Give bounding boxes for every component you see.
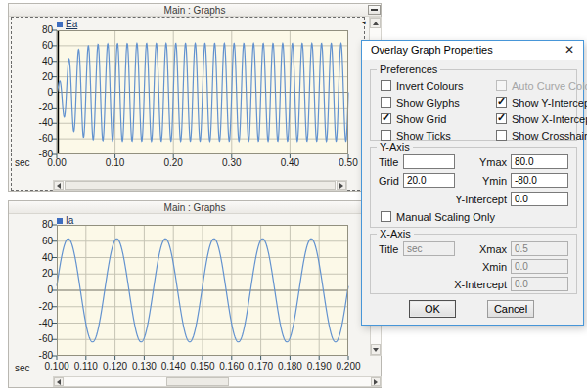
dialog-titlebar[interactable]: Overlay Graph Properties [362, 41, 583, 60]
overlay-graph-properties-dialog: Overlay Graph Properties ✕ Preferences I… [361, 40, 584, 326]
scroll-right-button[interactable] [371, 377, 381, 386]
xmax-field: 0.5 [511, 241, 568, 256]
x-axis-tick-label: 0.30 [214, 157, 249, 168]
preferences-group-label: Preferences [377, 64, 440, 75]
x-intercept-label: X-Intercept [438, 279, 507, 290]
horizontal-scrollbar[interactable] [53, 376, 382, 387]
y-axis-tick-label: 40 [23, 57, 53, 66]
xmin-label: Xmin [468, 261, 507, 273]
close-icon[interactable]: ✕ [562, 43, 577, 58]
pane-collapse-icon[interactable]: ◂ [362, 19, 366, 25]
scroll-up-button[interactable] [370, 18, 381, 28]
scroll-down-button[interactable] [371, 344, 381, 355]
graph-window-titlebar[interactable]: Main : Graphs [9, 201, 381, 214]
y-title-field[interactable] [403, 154, 455, 169]
y-axis-tick-label: 20 [23, 269, 53, 279]
x-axis-tick-label: 0.200 [331, 361, 366, 371]
graph-window-title: Main : Graphs [164, 202, 226, 213]
scrollbar-thumb[interactable] [65, 181, 336, 190]
x-title-field: sec [403, 241, 455, 256]
y-axis-tick-label: -20 [23, 103, 53, 112]
y-axis-group: Y-Axis Title Ymax 80.0 Grid 20.0 Ymin -8… [370, 147, 577, 228]
arrow-right-icon [339, 183, 343, 189]
arrow-left-icon [57, 183, 61, 189]
x-axis-group: X-Axis Title sec Xmax 0.5 Xmin 0.0 X-Int… [370, 234, 577, 294]
grid-field[interactable]: 20.0 [403, 173, 455, 188]
minimize-button[interactable] [368, 5, 381, 15]
checkbox-icon[interactable] [496, 130, 507, 141]
graph-window-ia: Main : Graphs Ia sec 806040200-20-40-60-… [8, 200, 382, 388]
xmin-field: 0.0 [511, 259, 568, 274]
checkbox-icon[interactable] [381, 113, 391, 124]
legend-label: Ea [66, 19, 77, 29]
checkbox-icon[interactable] [381, 211, 391, 222]
checkbox-label: Show X-Intercept [512, 113, 587, 125]
checkbox-label: Invert Colours [396, 80, 463, 92]
y-axis-tick-label: 80 [23, 25, 53, 35]
y-axis-tick-label: -20 [23, 302, 53, 312]
legend-swatch-icon [57, 218, 63, 224]
checkbox-label: Auto Curve Colours [512, 80, 587, 92]
checkbox-label: Show Glyphs [396, 97, 460, 109]
checkbox-icon[interactable] [496, 113, 507, 124]
scroll-right-button[interactable] [337, 181, 346, 190]
y-axis-tick-label: 40 [23, 253, 53, 263]
y-axis-tick-label: -60 [23, 334, 53, 344]
scroll-left-button[interactable] [54, 181, 64, 190]
x-axis-tick-label: 0.00 [39, 157, 74, 168]
cancel-button[interactable]: Cancel [487, 300, 534, 318]
y-intercept-label: Y-Intercept [438, 194, 507, 205]
checkbox-icon[interactable] [381, 97, 391, 108]
scrollbar-thumb[interactable] [166, 377, 229, 386]
ymin-field[interactable]: -80.0 [511, 173, 568, 188]
y-axis-tick-label: 0 [23, 88, 53, 98]
ymax-label: Ymax [468, 156, 507, 168]
y-axis-tick-label: 60 [23, 41, 53, 51]
ymin-label: Ymin [468, 175, 507, 187]
checkbox-label: Show Y-Intercept [512, 97, 587, 109]
chart-canvas[interactable] [57, 225, 348, 356]
checkbox-label: Show Crosshair [512, 130, 587, 142]
horizontal-scrollbar[interactable] [53, 180, 347, 191]
legend-ea[interactable]: Ea [57, 19, 88, 29]
arrow-down-icon [373, 348, 379, 352]
arrow-right-icon [374, 379, 378, 385]
y-axis-tick-label: -80 [23, 351, 53, 361]
y-axis-tick-label: 20 [23, 72, 53, 82]
x-axis-group-label: X-Axis [377, 228, 414, 240]
y-axis-tick-label: 80 [23, 220, 53, 230]
arrow-up-icon [373, 22, 379, 25]
plot-area-ea[interactable] [57, 30, 348, 154]
checkbox-icon[interactable] [381, 80, 391, 91]
y-axis-tick-label: -60 [23, 134, 53, 144]
y-axis-tick-label: -40 [23, 118, 53, 128]
x-unit-label: sec [15, 363, 30, 373]
plot-area-ia[interactable] [57, 225, 348, 356]
scroll-left-button[interactable] [54, 377, 64, 386]
preferences-group: Preferences Invert Colours Show Glyphs S… [370, 69, 577, 141]
checkbox-label: Show Grid [396, 113, 446, 125]
checkbox-icon[interactable] [496, 97, 507, 108]
desktop: Main : Graphs ◂ Ea sec 806040200-20-40-6… [0, 0, 587, 392]
chart-canvas[interactable] [57, 30, 348, 154]
y-title-label: Title [379, 156, 398, 168]
y-axis-tick-label: 0 [23, 285, 53, 295]
x-title-label: Title [379, 243, 398, 255]
x-axis-tick-label: 0.20 [156, 157, 191, 168]
checkbox-label: Manual Scaling Only [396, 211, 495, 223]
x-axis-tick-label: 0.40 [272, 157, 307, 168]
graph-window-titlebar[interactable]: Main : Graphs [9, 4, 381, 17]
ymax-field[interactable]: 80.0 [511, 154, 568, 169]
y-axis-group-label: Y-Axis [377, 141, 413, 152]
y-intercept-field[interactable]: 0.0 [511, 192, 568, 206]
legend-swatch-icon [57, 22, 63, 27]
checkbox-icon[interactable] [381, 130, 391, 141]
arrow-left-icon [57, 379, 61, 385]
dialog-title: Overlay Graph Properties [371, 44, 493, 56]
y-axis-tick-label: 60 [23, 237, 53, 246]
checkbox-icon [496, 80, 507, 91]
y-axis-tick-label: -40 [23, 319, 53, 328]
ok-button[interactable]: OK [409, 300, 456, 318]
graph-window-title: Main : Graphs [164, 5, 226, 16]
xmax-label: Xmax [468, 243, 507, 255]
